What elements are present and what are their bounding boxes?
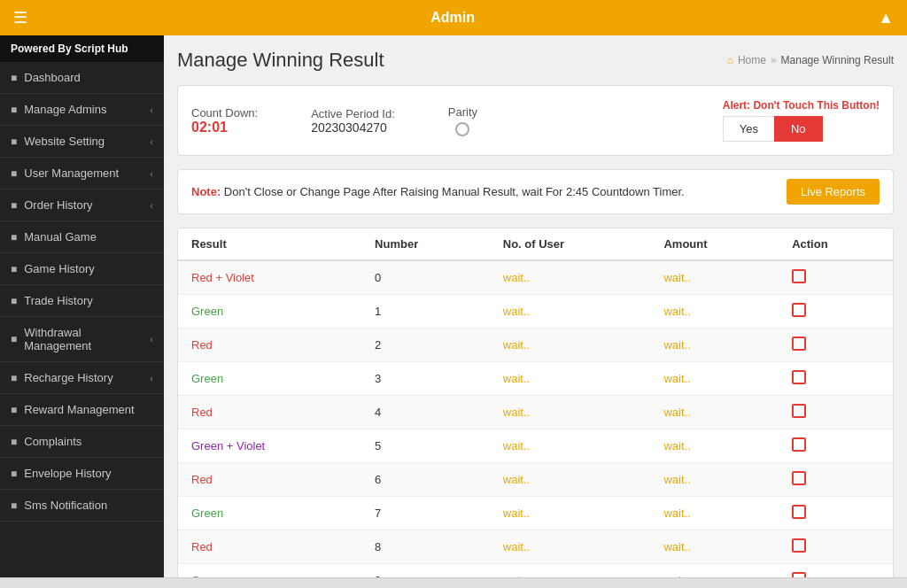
- sidebar-item-complaints[interactable]: ■ Complaints: [0, 426, 164, 458]
- sidebar-item-trade-history[interactable]: ■ Trade History: [0, 285, 164, 317]
- sidebar-item-left: ■ Recharge History: [11, 371, 113, 384]
- sidebar-icon-manage-admins: ■: [11, 104, 17, 116]
- sidebar-label-manage-admins: Manage Admins: [24, 103, 106, 116]
- cell-action[interactable]: [779, 329, 893, 362]
- cell-number: 7: [361, 497, 490, 530]
- sidebar-item-recharge-history[interactable]: ■ Recharge History ‹: [0, 362, 164, 394]
- cell-users: wait..: [490, 396, 651, 429]
- cell-amount: wait..: [650, 396, 779, 429]
- sidebar-item-left: ■ Manage Admins: [11, 103, 106, 116]
- sidebar-label-recharge-history: Recharge History: [24, 371, 112, 384]
- cell-action[interactable]: [779, 429, 893, 463]
- menu-icon[interactable]: ☰: [13, 8, 27, 27]
- table-row: Green + Violet 5 wait.. wait..: [178, 429, 893, 463]
- period-block: Active Period Id: 20230304270: [311, 107, 395, 135]
- cell-number: 5: [361, 429, 490, 463]
- action-checkbox[interactable]: [792, 437, 806, 452]
- cell-number: 6: [361, 463, 490, 497]
- sidebar-brand: Powered By Script Hub: [0, 35, 164, 62]
- alert-label: Alert: Don't Touch This Button!: [723, 99, 880, 112]
- main-content: Manage Winning Result ⌂ Home » Manage Wi…: [164, 35, 907, 577]
- col-users: No. of User: [490, 228, 651, 260]
- sidebar-item-order-history[interactable]: ■ Order History ‹: [0, 190, 164, 221]
- table-row: Red 2 wait.. wait..: [178, 329, 893, 362]
- sidebar-label-complaints: Complaints: [24, 435, 81, 448]
- cell-action[interactable]: [779, 564, 893, 578]
- parity-label: Parity: [448, 105, 477, 119]
- cell-result: Green: [178, 295, 361, 329]
- sidebar-item-sms-notification[interactable]: ■ Sms Notification: [0, 490, 164, 522]
- page-title: Manage Winning Result: [177, 49, 384, 72]
- sidebar-item-game-history[interactable]: ■ Game History: [0, 253, 164, 285]
- breadcrumb: ⌂ Home » Manage Winning Result: [727, 54, 894, 66]
- breadcrumb-separator: »: [771, 54, 777, 66]
- sidebar-item-user-management[interactable]: ■ User Management ‹: [0, 158, 164, 190]
- cell-action[interactable]: [779, 530, 893, 564]
- cell-action[interactable]: [779, 295, 893, 329]
- action-checkbox[interactable]: [792, 303, 806, 317]
- cell-action[interactable]: [779, 463, 893, 497]
- sidebar-label-sms-notification: Sms Notification: [24, 499, 107, 512]
- sidebar-label-envelope-history: Envelope History: [24, 467, 111, 480]
- sidebar-icon-user-management: ■: [11, 167, 17, 180]
- live-reports-button[interactable]: Live Reports: [787, 179, 880, 205]
- action-checkbox[interactable]: [792, 337, 806, 351]
- action-checkbox[interactable]: [792, 269, 806, 283]
- user-icon[interactable]: ▲: [878, 9, 894, 27]
- chevron-icon: ‹: [150, 168, 153, 179]
- table-row: Green 3 wait.. wait..: [178, 362, 893, 396]
- breadcrumb-home[interactable]: Home: [738, 54, 766, 66]
- sidebar-icon-sms-notification: ■: [11, 499, 17, 512]
- scroll-bar[interactable]: [0, 577, 907, 588]
- note-message: Don't Close or Change Page After Raising…: [224, 185, 685, 198]
- sidebar-item-manual-game[interactable]: ■ Manual Game: [0, 221, 164, 253]
- col-result: Result: [178, 228, 361, 260]
- note-bar: Note: Don't Close or Change Page After R…: [177, 169, 894, 214]
- action-checkbox[interactable]: [792, 404, 806, 418]
- cell-action[interactable]: [779, 260, 893, 295]
- action-checkbox[interactable]: [792, 505, 806, 519]
- cell-amount: wait..: [650, 497, 779, 530]
- cell-number: 4: [361, 396, 490, 429]
- note-prefix: Note:: [191, 185, 221, 198]
- sidebar-item-dashboard[interactable]: ■ Dashboard: [0, 62, 164, 94]
- cell-amount: wait..: [650, 362, 779, 396]
- countdown-value: 02:01: [191, 120, 228, 135]
- action-checkbox[interactable]: [792, 538, 806, 553]
- countdown-block: Count Down: 02:01: [191, 106, 258, 135]
- sidebar-item-website-setting[interactable]: ■ Website Setting ‹: [0, 126, 164, 158]
- no-button[interactable]: No: [774, 116, 823, 142]
- cell-number: 8: [361, 530, 490, 564]
- home-icon: ⌂: [727, 54, 733, 66]
- sidebar-icon-complaints: ■: [11, 436, 17, 448]
- alert-warning: Don't Touch This Button!: [753, 99, 880, 112]
- sidebar-item-left: ■ Envelope History: [11, 467, 112, 480]
- countdown-card: Count Down: 02:01 Active Period Id: 2023…: [177, 85, 894, 156]
- yes-button[interactable]: Yes: [723, 116, 774, 142]
- period-label: Active Period Id:: [311, 107, 395, 120]
- sidebar-item-withdrawal-management[interactable]: ■ Withdrawal Management ‹: [0, 317, 164, 362]
- parity-radio[interactable]: [455, 122, 469, 136]
- action-checkbox[interactable]: [792, 471, 806, 485]
- table-row: Red 8 wait.. wait..: [178, 530, 893, 564]
- chevron-icon: ‹: [150, 136, 153, 147]
- cell-action[interactable]: [779, 497, 893, 530]
- cell-users: wait..: [490, 564, 651, 578]
- col-action: Action: [779, 228, 893, 260]
- sidebar-item-left: ■ Reward Management: [11, 403, 135, 416]
- sidebar-icon-dashboard: ■: [11, 72, 17, 84]
- sidebar-item-envelope-history[interactable]: ■ Envelope History: [0, 458, 164, 490]
- page-header: Manage Winning Result ⌂ Home » Manage Wi…: [177, 49, 894, 72]
- sidebar-item-manage-admins[interactable]: ■ Manage Admins ‹: [0, 94, 164, 126]
- sidebar-icon-manual-game: ■: [11, 231, 17, 244]
- cell-number: 2: [361, 329, 490, 362]
- cell-amount: wait..: [650, 530, 779, 564]
- cell-action[interactable]: [779, 362, 893, 396]
- cell-amount: wait..: [650, 463, 779, 497]
- action-checkbox[interactable]: [792, 370, 806, 384]
- top-header: ☰ Admin ▲: [0, 0, 907, 35]
- cell-action[interactable]: [779, 396, 893, 429]
- sidebar-item-reward-management[interactable]: ■ Reward Management: [0, 394, 164, 426]
- sidebar-icon-envelope-history: ■: [11, 468, 17, 480]
- period-value: 20230304270: [311, 120, 387, 135]
